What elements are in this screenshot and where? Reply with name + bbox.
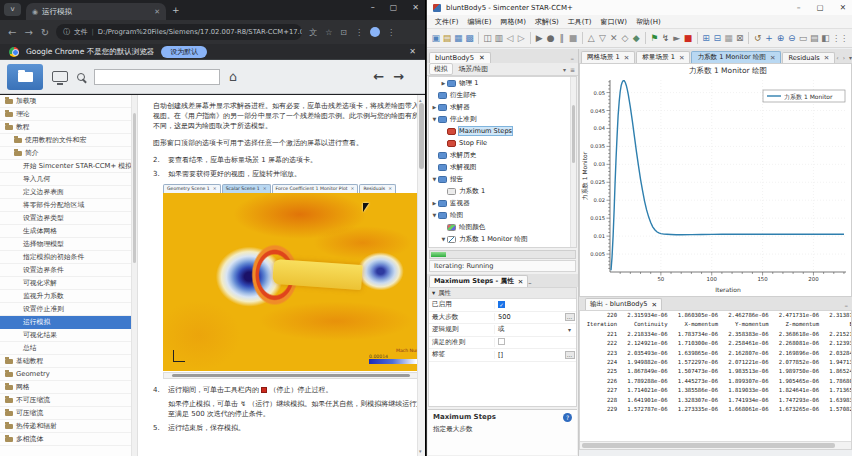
tree-scrollbar[interactable] [570,77,576,247]
expand-icon[interactable]: ▼ [431,176,438,182]
doc-nav-item[interactable]: 总结 [0,342,137,355]
scrollbar-thumb[interactable] [419,103,424,169]
doc-nav-item[interactable]: 理论 [0,108,137,121]
sim-tab[interactable]: bluntBody5 ✕ [429,52,491,63]
properties-tab[interactable]: Maximum Steps - 属性 ✕ [429,275,528,287]
zoom-out-icon[interactable]: ⊖ [787,34,796,43]
doc-nav-item[interactable]: 可视化结果 [0,329,137,342]
probe-icon[interactable]: ◆ [632,34,641,43]
minimize-icon[interactable]: – [371,3,375,12]
menu-item[interactable]: 窗口(W) [601,17,627,27]
doc-vertical-scrollbar[interactable]: ▴ ▾ [417,95,425,456]
property-row[interactable]: 标签[]… [429,349,576,362]
menu-item[interactable]: 求解(S) [535,17,559,27]
property-row[interactable]: 逻辑规则或▾ [429,324,576,337]
pause-icon[interactable]: ∥ [557,34,566,43]
mesh-icon[interactable]: △ [586,34,595,43]
collapse-all-icon[interactable]: ≡ [570,66,575,73]
snap-icon[interactable]: ▤ [810,34,819,43]
toolbar-overflow-icon[interactable]: ⋮⋮ [832,34,848,43]
doc-nav-item[interactable]: 开始 Simcenter STAR-CCM+ 模拟 [0,160,137,173]
step-forward-icon[interactable]: ▷ [517,34,526,43]
translate-icon[interactable]: 文 [309,27,317,38]
property-value[interactable] [494,338,563,347]
tabs-right-icon[interactable]: › [843,54,845,61]
tree-node[interactable]: ▶求解器 [429,101,576,113]
property-row[interactable]: 最大步数500… [429,312,576,325]
close-icon[interactable]: ✕ [412,3,419,12]
ellipsis-cell[interactable]: … [563,313,576,321]
clear-icon[interactable]: ✕ [609,34,618,43]
doc-nav-item[interactable]: 设置边界类型 [0,212,137,225]
doc-nav-item[interactable]: 可视化求解 [0,277,137,290]
menu-item[interactable]: 工具(T) [568,17,592,27]
tree-tab-other[interactable]: 场景/绘图 [455,64,492,74]
ellipsis-button[interactable]: … [565,351,575,359]
doc-nav-item[interactable]: 运行模拟 [0,316,137,329]
close-icon[interactable]: ✕ [840,3,846,12]
forward-icon[interactable]: → [24,27,32,38]
doc-nav-item[interactable]: 生成体网格 [0,225,137,238]
set-default-button[interactable]: 设为默认 [161,46,207,58]
rotate-view-icon[interactable]: ↺ [753,34,762,43]
property-value[interactable]: [] [494,351,563,359]
help-question-icon[interactable]: ? [563,413,572,422]
tree-node[interactable]: 力系数 1 [429,185,576,197]
ellipsis-button[interactable]: … [565,313,575,321]
select-box-icon[interactable]: ⊠ [735,34,744,43]
tree-node[interactable]: Stop File [429,137,576,149]
doc-nav-item[interactable]: 设置边界条件 [0,264,137,277]
sidebar-scrollbar[interactable] [131,95,137,456]
menu-item[interactable]: 文件(F) [435,17,459,27]
ellipsis-cell[interactable]: … [563,351,576,359]
properties-tab-close-icon[interactable]: ✕ [518,278,524,286]
properties-section-header[interactable]: ▾ 属性 [429,288,576,299]
doc-nav-item[interactable]: 可压缩流 [0,407,137,420]
scrollbar-thumb[interactable] [172,374,410,377]
run-icon[interactable]: ▶ [535,34,544,43]
doc-nav-item[interactable]: Geometry [0,368,137,381]
tree-node[interactable]: ▼绘图 [429,209,576,221]
scene-split-icon[interactable]: ⊟ [713,34,722,43]
save-icon[interactable]: ▦ [454,34,463,43]
menu-item[interactable]: 帮助(H) [636,17,661,27]
home-icon[interactable]: ⌂ [229,70,237,83]
flag-icon[interactable]: ⚑ [650,34,659,43]
monitor-icon[interactable] [52,71,68,82]
maximize-icon[interactable]: ▢ [390,3,398,12]
profile-avatar[interactable] [370,27,380,37]
walk-solver-icon[interactable]: ↯ [661,34,670,43]
view-tab-close-icon[interactable]: ✕ [770,54,776,62]
doc-nav-item[interactable]: 教程 [0,121,137,134]
doc-nav-item[interactable]: 选择物理模型 [0,238,137,251]
property-row[interactable]: 已启用✓ [429,299,576,312]
tree-node[interactable]: ▶物理 1 [429,77,576,89]
sim-tab-close-icon[interactable]: ✕ [479,54,485,62]
view-tab[interactable]: 网格场景 1✕ [581,51,635,63]
figure-horizontal-scrollbar[interactable] [163,372,425,379]
dropdown-icon[interactable]: ▾ [563,326,576,333]
remesh-icon[interactable]: ▽ [598,34,607,43]
copy-icon[interactable]: ◫ [483,34,492,43]
minimize-panel-icon[interactable]: – [841,302,852,310]
view-tab-close-icon[interactable]: ✕ [824,54,830,62]
paste-icon[interactable]: ▥ [494,34,503,43]
doc-nav-item[interactable]: 设置停止准则 [0,303,137,316]
dart-icon[interactable]: ► [672,34,681,43]
minimize-icon[interactable]: – [797,3,801,12]
doc-nav-item[interactable]: 热传递和辐射 [0,420,137,433]
expand-icon[interactable]: ▶ [431,104,438,110]
property-value[interactable]: 或 [494,325,563,334]
tabs-left-icon[interactable]: ‹ [836,54,838,61]
new-sim-icon[interactable]: ▣ [431,34,440,43]
menu-icon[interactable]: ⋮ [355,28,363,37]
tree-node[interactable]: Maximum Steps [429,125,576,137]
stop-solver-icon[interactable]: ■ [683,34,692,43]
scroll-down-icon[interactable]: ▾ [419,446,422,456]
doc-nav-item[interactable]: 多相流体 [0,433,137,446]
filter-icon[interactable]: ▾ [563,66,566,73]
notification-close-icon[interactable]: ✕ [409,47,416,56]
tree-node[interactable]: ▼报告 [429,173,576,185]
tree-node[interactable]: 绘图颜色 [429,221,576,233]
view-tab[interactable]: Residuals✕ [782,52,835,63]
